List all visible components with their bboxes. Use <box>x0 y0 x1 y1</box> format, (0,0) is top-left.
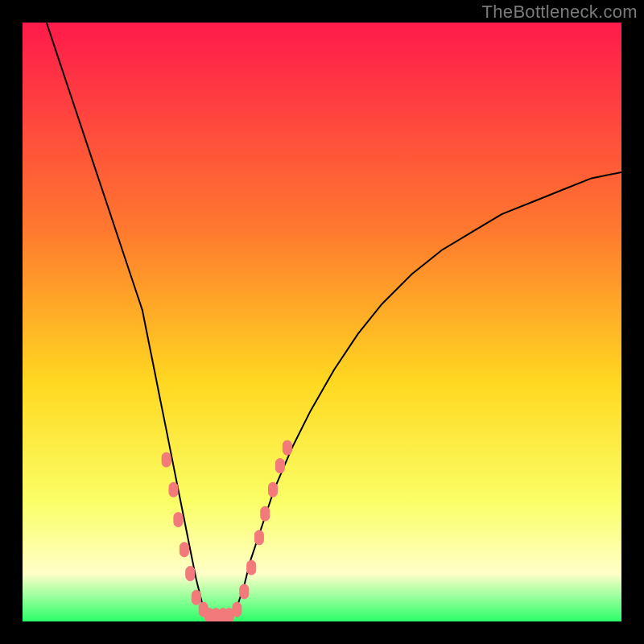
curve-marker <box>247 560 256 575</box>
curve-marker <box>174 513 183 527</box>
curve-marker <box>186 567 195 581</box>
curve-marker <box>169 482 178 497</box>
curve-marker <box>180 543 188 557</box>
curve-marker <box>261 506 270 521</box>
gradient-background <box>23 23 621 621</box>
curve-marker <box>269 482 278 497</box>
watermark-label: TheBottleneck.com <box>482 2 638 23</box>
curve-marker <box>233 602 242 617</box>
bottleneck-chart <box>23 23 621 621</box>
curve-marker <box>275 459 284 473</box>
curve-marker <box>254 530 263 545</box>
chart-frame: TheBottleneck.com <box>0 0 644 644</box>
curve-marker <box>192 590 200 605</box>
curve-marker <box>240 584 249 599</box>
plot-area <box>23 23 621 621</box>
curve-marker <box>162 452 171 467</box>
curve-marker <box>283 440 291 455</box>
